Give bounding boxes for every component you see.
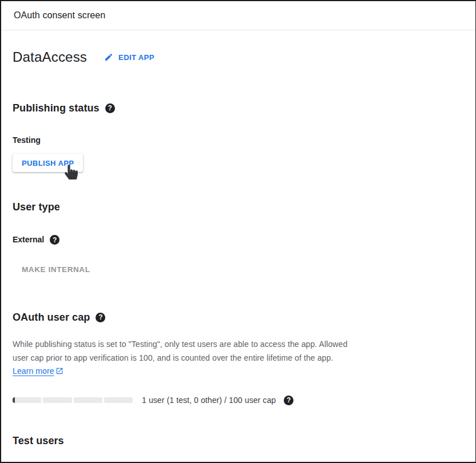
publish-app-button[interactable]: PUBLISH APP [13, 154, 83, 172]
page-title: OAuth consent screen [14, 10, 105, 21]
learn-more-link[interactable]: Learn more [13, 366, 64, 376]
progress-segment [74, 397, 102, 403]
page-content: DataAccess EDIT APP Publishing status ? … [1, 49, 475, 447]
progress-segment [13, 397, 41, 403]
user-cap-usage-row: 1 user (1 test, 0 other) / 100 user cap … [13, 396, 464, 405]
edit-app-label: EDIT APP [118, 53, 154, 62]
oauth-user-cap-description: While publishing status is set to "Testi… [13, 338, 364, 378]
publishing-status-section: Publishing status ? [13, 102, 464, 114]
test-users-section: Test users [13, 434, 464, 447]
publish-app-button-wrap: PUBLISH APP [13, 154, 464, 172]
open-in-new-icon [54, 366, 64, 376]
user-type-section: User type [13, 201, 464, 213]
oauth-user-cap-help-icon[interactable]: ? [96, 313, 105, 322]
user-type-value: External [13, 235, 44, 245]
publishing-status-help-icon[interactable]: ? [105, 103, 115, 113]
progress-segment [43, 397, 72, 403]
test-users-heading: Test users [13, 434, 64, 447]
learn-more-label: Learn more [13, 366, 54, 376]
progress-segment [104, 397, 133, 403]
app-title-row: DataAccess EDIT APP [13, 49, 464, 65]
oauth-user-cap-section: OAuth user cap ? [13, 311, 464, 324]
user-cap-progress-fill [13, 397, 15, 403]
oauth-user-cap-heading: OAuth user cap [13, 311, 90, 324]
edit-pencil-icon [104, 53, 113, 62]
user-type-help-icon[interactable]: ? [50, 235, 60, 245]
edit-app-button[interactable]: EDIT APP [101, 50, 158, 64]
app-name: DataAccess [13, 49, 87, 65]
description-text: While publishing status is set to "Testi… [13, 340, 347, 362]
page-header: OAuth consent screen [1, 1, 475, 30]
make-internal-row: MAKE INTERNAL [13, 264, 464, 274]
user-cap-usage-text: 1 user (1 test, 0 other) / 100 user cap [142, 396, 276, 405]
user-type-heading: User type [13, 201, 60, 213]
user-type-value-row: External ? [13, 235, 464, 245]
user-cap-help-icon[interactable]: ? [284, 396, 293, 405]
oauth-consent-screen-page: OAuth consent screen DataAccess EDIT APP… [0, 0, 476, 463]
make-internal-button[interactable]: MAKE INTERNAL [13, 265, 100, 274]
publishing-status-value: Testing [13, 135, 464, 145]
user-cap-progress-bar [13, 397, 133, 403]
publishing-status-heading: Publishing status [13, 102, 100, 114]
